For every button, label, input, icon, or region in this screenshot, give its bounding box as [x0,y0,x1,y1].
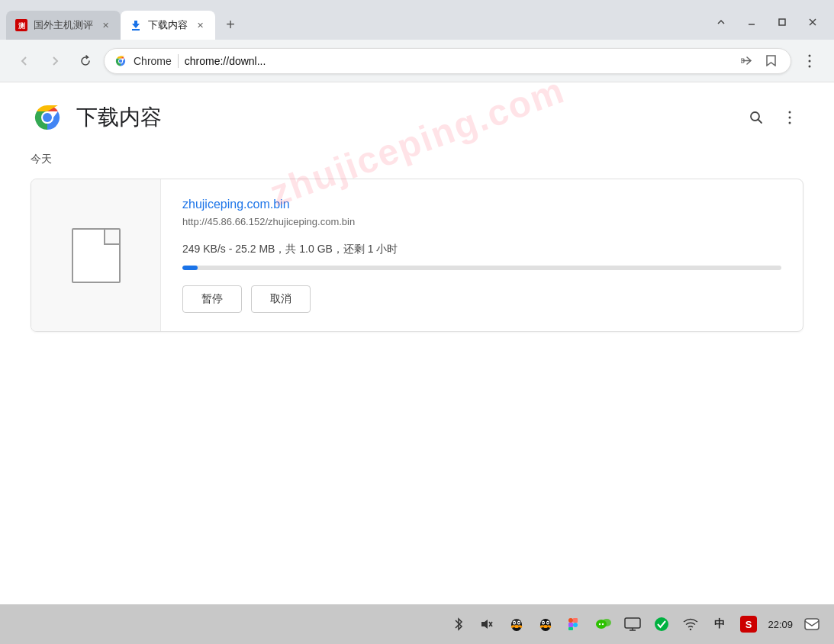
svg-point-32 [518,622,520,623]
svg-point-56 [655,617,668,631]
download-actions: 暂停 取消 [182,285,781,313]
wps-icon[interactable]: S [739,614,758,634]
language-icon[interactable]: 中 [710,614,729,634]
wechat-icon[interactable] [594,614,613,634]
share-button[interactable] [736,50,757,72]
qq1-icon[interactable] [507,614,526,634]
minimize-window-button[interactable] [736,11,767,34]
download-thumbnail [31,179,161,331]
page-content: zhujiceping.com 下载内容 [0,82,834,604]
svg-rect-44 [568,618,573,623]
figma-icon[interactable] [565,614,584,634]
cancel-button[interactable]: 取消 [251,285,311,313]
bluetooth-icon[interactable] [449,614,469,634]
download-url: http://45.86.66.152/zhujiceping.com.bin [182,216,781,227]
download-card: zhujiceping.com.bin http://45.86.66.152/… [31,179,803,332]
downloads-header: 下载内容 [0,82,834,147]
close-window-button[interactable] [797,11,828,34]
tab-label-foreign: 国外主机测评 [34,18,93,32]
tab-downloads[interactable]: 下载内容 ✕ [121,11,215,40]
wifi-icon[interactable] [681,614,700,634]
back-button[interactable] [12,49,37,73]
tab-foreign-host[interactable]: 测 国外主机测评 ✕ [6,11,121,40]
svg-point-18 [43,113,52,122]
tab-close-foreign[interactable]: ✕ [99,19,111,31]
window-controls [706,11,828,34]
svg-line-20 [758,120,762,124]
notification-icon[interactable] [802,614,822,634]
svg-point-13 [809,54,811,56]
reload-button[interactable] [73,49,98,73]
svg-point-23 [789,122,791,124]
svg-point-31 [514,622,515,623]
svg-marker-24 [481,620,488,629]
new-tab-button[interactable]: + [218,12,243,37]
url-divider [178,54,179,68]
header-icons [742,104,803,131]
svg-rect-48 [573,623,578,627]
svg-point-15 [809,65,811,67]
svg-rect-53 [625,618,640,628]
svg-marker-2 [132,21,140,28]
pause-button[interactable]: 暂停 [182,285,242,313]
svg-point-33 [514,625,519,628]
progress-bar-fill [182,266,198,270]
svg-point-50 [602,619,611,626]
svg-point-51 [599,623,601,625]
svg-point-22 [789,117,791,119]
url-chrome-label: Chrome [134,55,172,67]
svg-rect-45 [568,623,573,627]
tab-bar: 测 国外主机测评 ✕ 下载内容 ✕ + [0,0,834,40]
maximize-window-button[interactable] [767,11,797,34]
svg-point-40 [547,622,549,623]
tab-favicon-foreign: 测 [15,19,27,31]
minimize-button[interactable] [706,11,736,34]
svg-text:S: S [745,619,752,630]
volume-icon[interactable] [478,614,498,634]
url-actions [736,50,781,72]
file-icon [72,228,121,283]
url-text: chrome://downl... [185,55,266,67]
address-bar: Chrome chrome://downl... [0,40,834,82]
svg-rect-5 [779,19,785,25]
taskbar: 中 S 22:09 [0,604,834,644]
svg-point-52 [602,623,604,625]
svg-point-21 [789,111,791,114]
svg-point-39 [543,622,544,623]
tab-close-downloads[interactable]: ✕ [194,19,206,31]
bookmark-button[interactable] [760,50,781,72]
section-label: 今天 [0,147,834,172]
forward-button[interactable] [43,49,67,73]
chrome-icon-small [114,54,127,68]
svg-point-57 [690,629,691,630]
screen-icon[interactable] [623,614,642,634]
svg-point-41 [543,625,548,628]
svg-point-14 [809,60,811,62]
tab-favicon-download [130,19,142,31]
svg-rect-60 [805,619,819,630]
svg-rect-47 [573,618,578,623]
svg-marker-12 [767,56,775,66]
download-progress-text: 249 KB/s - 25.2 MB，共 1.0 GB，还剩 1 小时 [182,243,781,256]
taskbar-time: 22:09 [768,619,793,630]
svg-text:测: 测 [18,22,25,30]
svg-rect-46 [568,627,573,630]
chrome-logo-large [31,101,64,134]
browser-more-button[interactable] [797,49,822,73]
tab-label-downloads: 下载内容 [148,18,188,32]
svg-point-10 [119,59,122,62]
search-button[interactable] [742,104,770,131]
progress-bar-container [182,266,781,270]
url-bar[interactable]: Chrome chrome://downl... [104,48,791,74]
qq2-icon[interactable] [536,614,555,634]
svg-rect-3 [132,29,140,31]
download-filename[interactable]: zhujiceping.com.bin [182,198,781,211]
browser-frame: 测 国外主机测评 ✕ 下载内容 ✕ + [0,0,834,644]
page-more-button[interactable] [776,104,803,131]
page-title: 下载内容 [76,103,162,132]
download-info: zhujiceping.com.bin http://45.86.66.152/… [161,179,803,331]
check-icon[interactable] [652,614,671,634]
